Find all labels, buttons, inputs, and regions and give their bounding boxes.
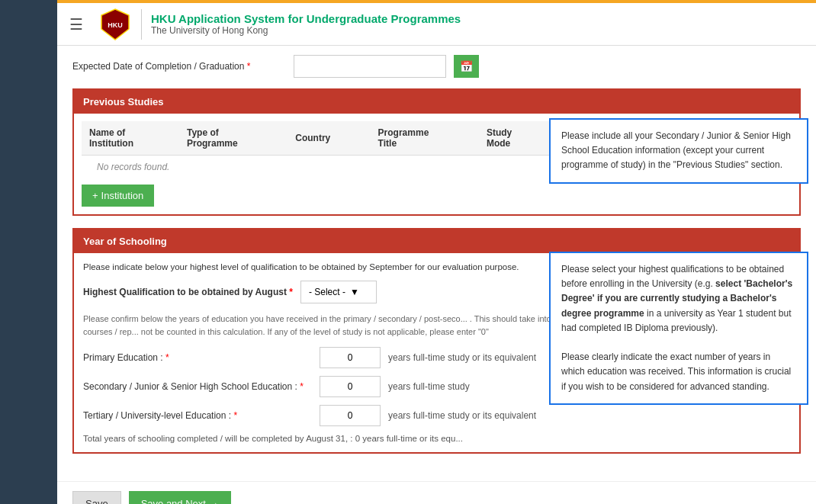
save-next-label: Save and Next → (141, 498, 219, 504)
calendar-button[interactable]: 📅 (454, 55, 479, 78)
primary-edu-input[interactable] (320, 347, 381, 368)
tooltip2-line1: Please select your highest qualification… (561, 262, 796, 335)
highest-qual-label: Highest Qualification to be obtained by … (83, 287, 293, 297)
col-type: Type ofProgramme (179, 121, 288, 156)
svg-text:HKU: HKU (108, 21, 123, 29)
tertiary-edu-suffix: years full-time study or its equivalent (388, 410, 536, 421)
expected-date-row: Expected Date of Completion / Graduation… (72, 55, 801, 78)
primary-edu-suffix: years full-time study or its equivalent (388, 352, 536, 363)
save-button[interactable]: Save (72, 491, 121, 504)
tooltip-previous-studies: Please include all your Secondary / Juni… (549, 118, 808, 184)
sidebar (0, 0, 57, 504)
add-institution-label: Institution (101, 190, 144, 201)
hamburger-icon[interactable]: ☰ (69, 15, 83, 34)
add-institution-button[interactable]: + Institution (82, 185, 154, 207)
secondary-edu-input[interactable] (320, 376, 381, 397)
total-row: Total years of schooling completed / wil… (83, 434, 790, 443)
secondary-edu-label: Secondary / Junior & Senior High School … (83, 381, 312, 392)
required-star: * (247, 61, 251, 72)
highest-qual-select[interactable]: - Select - ▼ (300, 281, 377, 303)
tooltip2-line2: Please clearly indicate the exact number… (561, 350, 796, 394)
save-next-button[interactable]: Save and Next → (129, 491, 231, 504)
primary-edu-label: Primary Education : * (83, 352, 312, 363)
previous-studies-header: Previous Studies (74, 90, 799, 114)
bottom-buttons: Save Save and Next → (57, 481, 816, 504)
secondary-edu-suffix: years full-time study (388, 381, 470, 392)
col-country: Country (288, 121, 370, 156)
expected-date-input[interactable] (294, 55, 446, 78)
schooling-header: Year of Schooling (74, 230, 799, 253)
expected-date-label: Expected Date of Completion / Graduation… (72, 61, 286, 72)
col-study-mode: StudyMode (479, 121, 546, 156)
header: ☰ HKU HKU Application System for Undergr… (57, 0, 816, 46)
header-title: HKU Application System for Undergraduate… (151, 12, 461, 25)
required-indicator: * (289, 287, 293, 297)
col-programme-title: ProgrammeTitle (371, 121, 479, 156)
col-institution: Name ofInstitution (82, 121, 179, 156)
dropdown-arrow-icon: ▼ (350, 287, 359, 297)
tertiary-edu-label: Tertiary / University-level Education : … (83, 410, 312, 421)
header-divider (141, 9, 142, 40)
hku-logo: HKU (98, 8, 132, 41)
header-subtitle: The University of Hong Kong (151, 25, 461, 36)
tertiary-edu-input[interactable] (320, 405, 381, 426)
plus-icon: + (92, 190, 98, 201)
tooltip-highest-qual: Please select your highest qualification… (549, 252, 808, 405)
tertiary-edu-row: Tertiary / University-level Education : … (83, 405, 790, 426)
header-text: HKU Application System for Undergraduate… (151, 12, 461, 36)
